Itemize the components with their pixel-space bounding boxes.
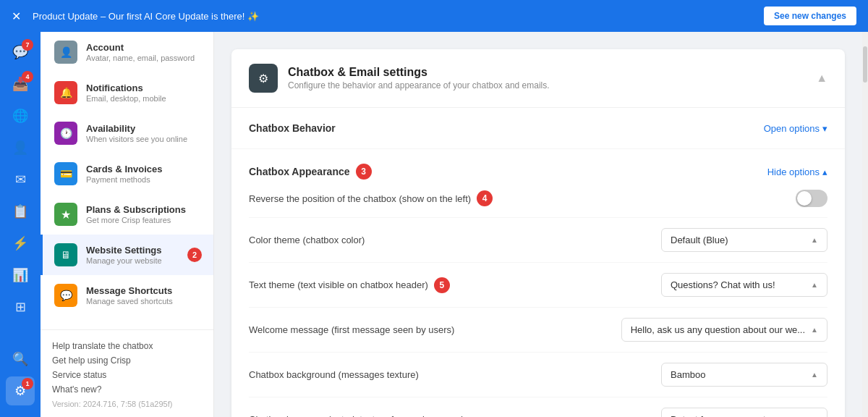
appearance-step-badge: 3 <box>356 164 372 180</box>
whats-new-link[interactable]: What's new? <box>52 382 202 397</box>
setting-row-welcome-message: Welcome message (first message seen by u… <box>249 308 827 353</box>
search-icon: 🔍 <box>12 351 28 367</box>
account-icon: 👤 <box>54 41 77 64</box>
help-link[interactable]: Get help using Crisp <box>52 353 202 368</box>
contacts-icon: 👤 <box>12 140 28 156</box>
nav-item-notifications[interactable]: 🔔 Notifications Email, desktop, mobile <box>41 72 213 113</box>
top-banner: ✕ Product Update – Our first AI Core Upd… <box>0 0 868 32</box>
website-settings-icon: 🖥 <box>54 243 77 266</box>
chevron-up-icon: ▲ <box>811 371 818 379</box>
sidebar-analytics-icon[interactable]: 📊 <box>6 261 35 290</box>
availability-title: Availability <box>86 123 187 134</box>
chevron-up-icon: ▲ <box>811 326 818 334</box>
chatbox-appearance-action[interactable]: Hide options ▴ <box>767 167 827 177</box>
chatbox-language-select[interactable]: Detect from user country ▲ <box>661 408 827 417</box>
card-header-icon: ⚙ <box>249 64 278 93</box>
cards-invoices-subtitle: Payment methods <box>86 175 163 184</box>
globe-icon: 🌐 <box>12 108 28 124</box>
card-subtitle: Configure the behavior and appearance of… <box>288 80 550 90</box>
chevron-up-icon: ▴ <box>822 167 827 177</box>
campaigns-icon: ✉ <box>15 172 26 188</box>
nav-item-account[interactable]: 👤 Account Avatar, name, email, password <box>41 32 213 72</box>
banner-content: ✕ Product Update – Our first AI Core Upd… <box>12 9 259 23</box>
account-title: Account <box>86 42 195 53</box>
sidebar-inbox-icon[interactable]: 📥 4 <box>6 70 35 98</box>
text-theme-step-badge: 5 <box>434 277 450 293</box>
chevron-up-icon: ▲ <box>811 281 818 289</box>
sidebar-campaigns-icon[interactable]: ✉ <box>6 165 35 194</box>
chatbox-appearance-section: Chatbox Appearance 3 Hide options ▴ Reve… <box>231 149 845 417</box>
plans-title: Plans & Subscriptions <box>86 204 186 215</box>
chatbox-appearance-header[interactable]: Chatbox Appearance 3 Hide options ▴ <box>249 164 827 180</box>
website-settings-title: Website Settings <box>86 245 162 256</box>
chevron-up-icon: ▲ <box>811 236 818 244</box>
notifications-title: Notifications <box>86 83 166 93</box>
reverse-position-toggle[interactable] <box>796 190 827 207</box>
sidebar-globe-icon[interactable]: 🌐 <box>6 101 35 130</box>
version-label: Version: 2024.716, 7:58 (51a295f) <box>52 400 202 408</box>
chatbox-behavior-action[interactable]: Open options ▾ <box>764 123 827 134</box>
notifications-icon: 🔔 <box>54 81 77 104</box>
notes-icon: 📋 <box>12 203 28 219</box>
plans-subtitle: Get more Crisp features <box>86 216 186 224</box>
toggle-knob <box>797 191 812 206</box>
nav-item-website-settings[interactable]: 🖥 Website Settings Manage your website 2 <box>41 235 213 275</box>
service-status-link[interactable]: Service status <box>52 368 202 382</box>
message-shortcuts-title: Message Shortcuts <box>86 285 173 296</box>
main-content: ⚙ Chatbox & Email settings Configure the… <box>214 32 862 417</box>
settings-badge: 1 <box>22 378 33 389</box>
chatbox-background-label: Chatbox background (messages texture) <box>249 369 419 380</box>
cards-invoices-icon: 💳 <box>54 162 77 185</box>
website-settings-step: 2 <box>187 248 202 262</box>
sidebar-integrations-icon[interactable]: ⚡ <box>6 229 35 258</box>
plans-icon: ★ <box>54 203 77 226</box>
color-theme-label: Color theme (chatbox color) <box>249 235 365 245</box>
icon-sidebar: 💬 7 📥 4 🌐 👤 ✉ 📋 ⚡ 📊 ⊞ 🔍 <box>0 32 41 417</box>
setting-row-text-theme: Text theme (text visible on chatbox head… <box>249 263 827 308</box>
integrations-icon: ⚡ <box>12 235 28 251</box>
card-title: Chatbox & Email settings <box>288 66 550 79</box>
message-shortcuts-icon: 💬 <box>54 284 77 307</box>
see-new-changes-button[interactable]: See new changes <box>764 7 856 25</box>
nav-item-plans[interactable]: ★ Plans & Subscriptions Get more Crisp f… <box>41 194 213 235</box>
color-theme-select[interactable]: Default (Blue) ▲ <box>661 228 827 252</box>
inbox-badge: 4 <box>22 71 33 83</box>
chatbox-behavior-section: Chatbox Behavior Open options ▾ <box>231 108 845 149</box>
settings-card: ⚙ Chatbox & Email settings Configure the… <box>231 49 845 417</box>
translate-link[interactable]: Help translate the chatbox <box>52 339 202 353</box>
card-header: ⚙ Chatbox & Email settings Configure the… <box>231 49 845 108</box>
text-theme-select[interactable]: Questions? Chat with us! ▲ <box>661 273 827 297</box>
nav-sidebar: 👤 Account Avatar, name, email, password … <box>41 32 214 417</box>
notifications-subtitle: Email, desktop, mobile <box>86 94 166 103</box>
sidebar-search-icon[interactable]: 🔍 <box>6 345 35 374</box>
setting-row-reverse-position: Reverse the position of the chatbox (sho… <box>249 180 827 218</box>
banner-close-button[interactable]: ✕ <box>12 9 21 23</box>
nav-item-message-shortcuts[interactable]: 💬 Message Shortcuts Manage saved shortcu… <box>41 275 213 316</box>
welcome-message-select[interactable]: Hello, ask us any question about our we.… <box>621 318 827 342</box>
chatbox-appearance-title: Chatbox Appearance 3 <box>249 164 372 180</box>
nav-item-availability[interactable]: 🕐 Availability When visitors see you onl… <box>41 113 213 153</box>
chatbox-behavior-header[interactable]: Chatbox Behavior Open options ▾ <box>249 122 827 134</box>
reverse-position-label: Reverse the position of the chatbox (sho… <box>249 193 471 204</box>
setting-row-color-theme: Color theme (chatbox color) Default (Blu… <box>249 218 827 263</box>
sidebar-plugins-icon[interactable]: ⊞ <box>6 292 35 321</box>
nav-bottom: Help translate the chatbox Get help usin… <box>41 329 213 417</box>
card-collapse-icon[interactable]: ▲ <box>816 72 827 85</box>
website-settings-subtitle: Manage your website <box>86 256 162 265</box>
availability-icon: 🕐 <box>54 122 77 145</box>
availability-subtitle: When visitors see you online <box>86 135 187 143</box>
sidebar-chat-icon[interactable]: 💬 7 <box>6 38 35 67</box>
chat-badge: 7 <box>22 39 33 51</box>
setting-row-chatbox-language: Chatbox language (autodetect, or force a… <box>249 397 827 417</box>
sidebar-contacts-icon[interactable]: 👤 <box>6 133 35 162</box>
sidebar-notes-icon[interactable]: 📋 <box>6 197 35 226</box>
chatbox-language-label: Chatbox language (autodetect, or force a… <box>249 414 464 417</box>
text-theme-label: Text theme (text visible on chatbox head… <box>249 279 428 290</box>
scrollbar-thumb <box>863 46 867 83</box>
chevron-down-icon: ▾ <box>822 123 827 134</box>
scrollbar[interactable] <box>862 32 868 417</box>
sidebar-settings-icon[interactable]: ⚙ 1 <box>6 376 35 405</box>
chatbox-background-select[interactable]: Bamboo ▲ <box>661 363 827 387</box>
account-subtitle: Avatar, name, email, password <box>86 54 195 62</box>
nav-item-cards-invoices[interactable]: 💳 Cards & Invoices Payment methods <box>41 153 213 194</box>
